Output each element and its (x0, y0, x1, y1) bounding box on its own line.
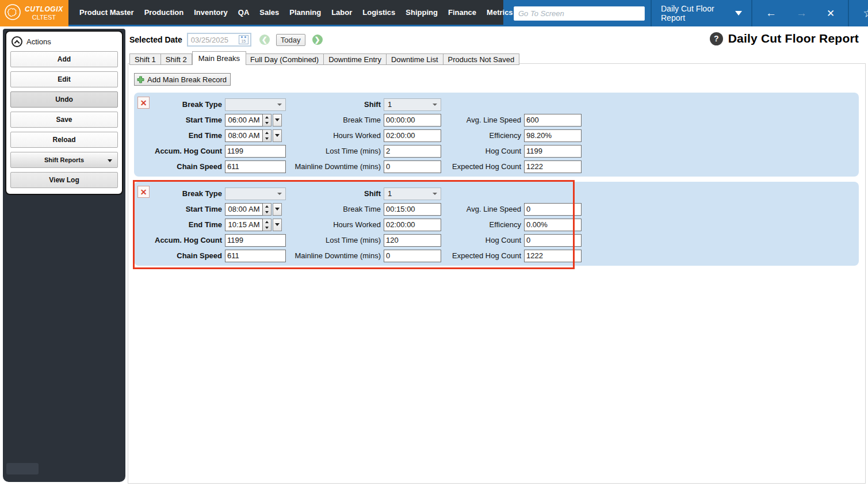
hog-count-input[interactable] (524, 234, 582, 247)
shift-reports-button[interactable]: Shift Reports (10, 152, 118, 168)
time-spinner[interactable] (263, 219, 272, 231)
end-time-input[interactable] (225, 129, 263, 142)
expected-hog-count-input[interactable] (524, 250, 582, 262)
break-type-combobox[interactable] (225, 98, 286, 111)
shift-combobox[interactable]: 1 (384, 98, 441, 111)
hours-worked-input[interactable] (384, 129, 441, 142)
menu-item-inventory[interactable]: Inventory (189, 8, 233, 17)
back-arrow-icon[interactable]: ← (756, 7, 786, 20)
hog-count-input[interactable] (524, 145, 582, 158)
break-time-input[interactable] (384, 114, 441, 127)
view-log-button[interactable]: View Log (10, 172, 118, 188)
favorite-star-icon[interactable]: ☆ (863, 6, 868, 20)
screen-selector-dropdown[interactable]: Daily Cut Floor Report (651, 0, 751, 26)
mainline-downtime-mins-input[interactable] (384, 160, 441, 173)
next-day-icon[interactable]: ❯ (312, 35, 323, 45)
menu-item-labor[interactable]: Labor (326, 8, 357, 17)
accum-hog-count-input[interactable] (225, 145, 286, 158)
lost-time-mins-input[interactable] (384, 234, 441, 247)
tab-downtime-entry[interactable]: Downtime Entry (324, 53, 387, 65)
today-button[interactable]: Today (276, 34, 305, 46)
start-time-input[interactable] (225, 203, 263, 216)
menu-item-finance[interactable]: Finance (443, 8, 481, 17)
menu-item-logistics[interactable]: Logistics (357, 8, 400, 17)
menu-item-sales[interactable]: Sales (254, 8, 284, 17)
time-dropdown-button[interactable] (273, 129, 282, 142)
main-break-record-1: ✕Break Type Start TimeEnd TimeAccum. Hog… (134, 93, 859, 177)
menu-item-product-master[interactable]: Product Master (74, 8, 139, 17)
collapse-chevron-icon[interactable] (12, 36, 22, 47)
time-spinner[interactable] (263, 129, 272, 142)
avg-line-speed-input[interactable] (524, 203, 582, 216)
tab-products-not-saved[interactable]: Products Not Saved (443, 53, 520, 65)
shift-combobox[interactable]: 1 (384, 187, 441, 200)
menu-item-production[interactable]: Production (139, 8, 189, 17)
close-icon[interactable]: ✕ (817, 7, 844, 20)
hog-count-label: Hog Count (444, 143, 521, 159)
break-records-list: ✕Break Type Start TimeEnd TimeAccum. Hog… (134, 93, 865, 266)
calendar-icon[interactable]: 15 (239, 35, 248, 44)
chevron-down-icon (275, 208, 280, 211)
end-time-input[interactable] (225, 219, 263, 231)
selected-date-picker[interactable]: 03/25/2025 15 (187, 33, 251, 47)
menu-item-planning[interactable]: Planning (284, 8, 326, 17)
chain-speed-input[interactable] (225, 250, 286, 262)
tab-shift-2[interactable]: Shift 2 (161, 53, 192, 65)
forward-arrow-icon[interactable]: → (786, 7, 817, 20)
add-button[interactable]: Add (10, 51, 118, 67)
lost-time-mins-label: Lost Time (mins) (289, 232, 381, 248)
save-button[interactable]: Save (10, 112, 118, 128)
tab-main-breaks[interactable]: Main Breaks (192, 51, 246, 65)
tab-full-day-combined[interactable]: Full Day (Combined) (246, 53, 324, 65)
tab-shift-1[interactable]: Shift 1 (129, 53, 161, 65)
spinner-down-icon (265, 227, 269, 229)
green-plus-icon (137, 76, 144, 83)
time-spinner[interactable] (263, 203, 272, 216)
chevron-down-icon (735, 11, 742, 16)
efficiency-input[interactable] (524, 129, 582, 142)
chain-speed-input[interactable] (225, 160, 286, 173)
break-time-input[interactable] (384, 203, 441, 216)
undo-button[interactable]: Undo (10, 91, 118, 108)
navbar-right: Daily Cut Floor Report ← → ✕ ☆ (503, 0, 868, 26)
avg-line-speed-label: Avg. Line Speed (444, 201, 521, 217)
actions-panel-title: Actions (26, 37, 51, 46)
time-spinner[interactable] (263, 114, 272, 127)
previous-day-icon[interactable]: ❮ (259, 35, 270, 45)
avg-line-speed-input[interactable] (524, 114, 582, 127)
menu-item-qa[interactable]: QA (233, 8, 255, 17)
edit-button[interactable]: Edit (10, 71, 118, 87)
time-dropdown-button[interactable] (273, 203, 282, 216)
top-navbar: CUTLOGIX CLTEST Product MasterProduction… (0, 0, 868, 26)
goto-screen-input[interactable] (514, 6, 645, 21)
menu-item-shipping[interactable]: Shipping (400, 8, 443, 17)
delete-record-button[interactable]: ✕ (137, 97, 150, 109)
mainline-downtime-mins-input[interactable] (384, 250, 441, 262)
expected-hog-count-label: Expected Hog Count (444, 159, 521, 174)
break-type-combobox[interactable] (225, 187, 286, 200)
sidebar-footer-tab (6, 463, 39, 474)
brand-icon (4, 3, 21, 23)
app-logo[interactable]: CUTLOGIX CLTEST (0, 0, 68, 26)
accum-hog-count-input[interactable] (225, 234, 286, 247)
time-dropdown-button[interactable] (273, 114, 282, 127)
hours-worked-input[interactable] (384, 219, 441, 231)
reload-button[interactable]: Reload (10, 132, 118, 148)
left-sidebar: Actions AddEditUndoSaveReloadShift Repor… (3, 29, 125, 482)
time-dropdown-button[interactable] (273, 219, 282, 231)
efficiency-input[interactable] (524, 219, 582, 231)
start-time-input[interactable] (225, 114, 263, 127)
expected-hog-count-input[interactable] (524, 160, 582, 173)
content-area: Selected Date 03/25/2025 15 ❮ Today ❯ ? … (128, 28, 866, 484)
end-time-label: End Time (158, 128, 222, 143)
break-type-label: Break Type (158, 186, 222, 201)
tab-downtime-list[interactable]: Downtime List (387, 53, 443, 65)
mainline-downtime-mins-label: Mainline Downtime (mins) (289, 159, 381, 174)
add-main-break-record-button[interactable]: Add Main Break Record (134, 73, 231, 86)
delete-record-button[interactable]: ✕ (137, 186, 150, 198)
lost-time-mins-input[interactable] (384, 145, 441, 158)
start-time-label: Start Time (158, 112, 222, 128)
selected-date-label: Selected Date (129, 35, 182, 44)
help-icon[interactable]: ? (710, 32, 723, 45)
page-title: ? Daily Cut Floor Report (710, 32, 859, 45)
